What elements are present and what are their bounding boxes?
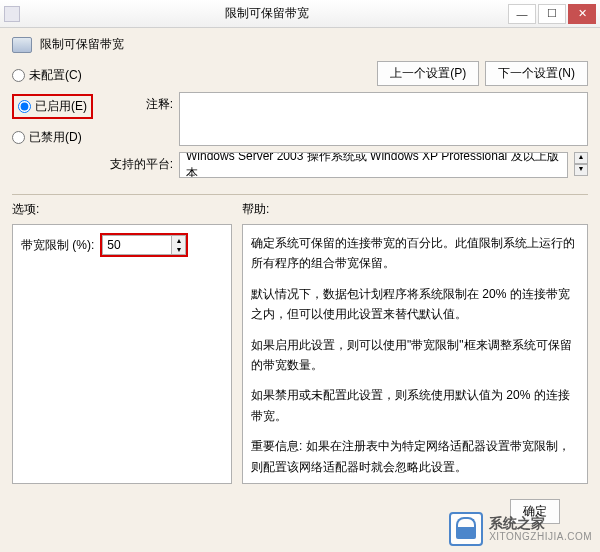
maximize-button[interactable]: ☐	[538, 4, 566, 24]
bandwidth-spin-up[interactable]: ▲	[172, 236, 185, 245]
help-text-2: 默认情况下，数据包计划程序将系统限制在 20% 的连接带宽之内，但可以使用此设置…	[251, 284, 579, 325]
dialog-content: 限制可保留带宽 未配置(C) 已启用(E) 已禁用(D) 上一个设置(P) 下	[0, 28, 600, 552]
options-label: 选项:	[12, 201, 242, 218]
minimize-button[interactable]: —	[508, 4, 536, 24]
radio-not-configured[interactable]: 未配置(C)	[12, 67, 93, 84]
nav-buttons: 上一个设置(P) 下一个设置(N)	[103, 61, 588, 86]
radio-enabled-highlight: 已启用(E)	[12, 94, 93, 119]
watermark: 系统之家 XITONGZHIJIA.COM	[449, 512, 592, 546]
policy-icon	[12, 37, 32, 53]
radio-disabled-input[interactable]	[12, 131, 25, 144]
watermark-text: 系统之家 XITONGZHIJIA.COM	[489, 515, 592, 544]
help-text-1: 确定系统可保留的连接带宽的百分比。此值限制系统上运行的所有程序的组合带宽保留。	[251, 233, 579, 274]
comment-row: 注释:	[103, 92, 588, 146]
prev-setting-button[interactable]: 上一个设置(P)	[377, 61, 479, 86]
platform-value: Windows Server 2003 操作系统或 Windows XP Pro…	[179, 152, 568, 178]
bandwidth-input[interactable]	[102, 235, 172, 255]
platform-row: 支持的平台: Windows Server 2003 操作系统或 Windows…	[103, 152, 588, 178]
platform-spin-up[interactable]: ▲	[574, 152, 588, 164]
platform-spinner: ▲ ▼	[574, 152, 588, 176]
bandwidth-label: 带宽限制 (%):	[21, 237, 94, 254]
app-icon	[4, 6, 20, 22]
watermark-url: XITONGZHIJIA.COM	[489, 531, 592, 543]
platform-spin-down[interactable]: ▼	[574, 164, 588, 176]
bandwidth-spinner: ▲ ▼	[172, 235, 186, 255]
help-panel: 确定系统可保留的连接带宽的百分比。此值限制系统上运行的所有程序的组合带宽保留。 …	[242, 224, 588, 484]
radio-not-configured-label: 未配置(C)	[29, 67, 82, 84]
window-title: 限制可保留带宽	[26, 5, 508, 22]
radio-enabled-label: 已启用(E)	[35, 98, 87, 115]
bandwidth-spin-down[interactable]: ▼	[172, 245, 185, 254]
bandwidth-input-highlight: ▲ ▼	[100, 233, 188, 257]
watermark-icon	[449, 512, 483, 546]
radio-enabled-input[interactable]	[18, 100, 31, 113]
next-setting-button[interactable]: 下一个设置(N)	[485, 61, 588, 86]
help-text-5: 重要信息: 如果在注册表中为特定网络适配器设置带宽限制，则配置该网络适配器时就会…	[251, 436, 579, 477]
policy-title: 限制可保留带宽	[40, 36, 124, 53]
platform-label: 支持的平台:	[103, 152, 173, 173]
help-text-4: 如果禁用或未配置此设置，则系统使用默认值为 20% 的连接带宽。	[251, 385, 579, 426]
section-labels: 选项: 帮助:	[12, 201, 588, 218]
comment-label: 注释:	[103, 92, 173, 113]
radio-disabled[interactable]: 已禁用(D)	[12, 129, 93, 146]
options-panel: 带宽限制 (%): ▲ ▼	[12, 224, 232, 484]
window-buttons: — ☐ ✕	[508, 4, 596, 24]
policy-header: 限制可保留带宽	[12, 36, 588, 53]
radio-not-configured-input[interactable]	[12, 69, 25, 82]
state-radios: 未配置(C) 已启用(E) 已禁用(D)	[12, 61, 93, 146]
titlebar: 限制可保留带宽 — ☐ ✕	[0, 0, 600, 28]
radio-disabled-label: 已禁用(D)	[29, 129, 82, 146]
help-text-3: 如果启用此设置，则可以使用"带宽限制"框来调整系统可保留的带宽数量。	[251, 335, 579, 376]
bandwidth-option-row: 带宽限制 (%): ▲ ▼	[21, 233, 223, 257]
help-label: 帮助:	[242, 201, 588, 218]
comment-input[interactable]	[179, 92, 588, 146]
watermark-name: 系统之家	[489, 515, 592, 532]
radio-enabled[interactable]: 已启用(E)	[18, 98, 87, 115]
close-button[interactable]: ✕	[568, 4, 596, 24]
separator	[12, 194, 588, 195]
